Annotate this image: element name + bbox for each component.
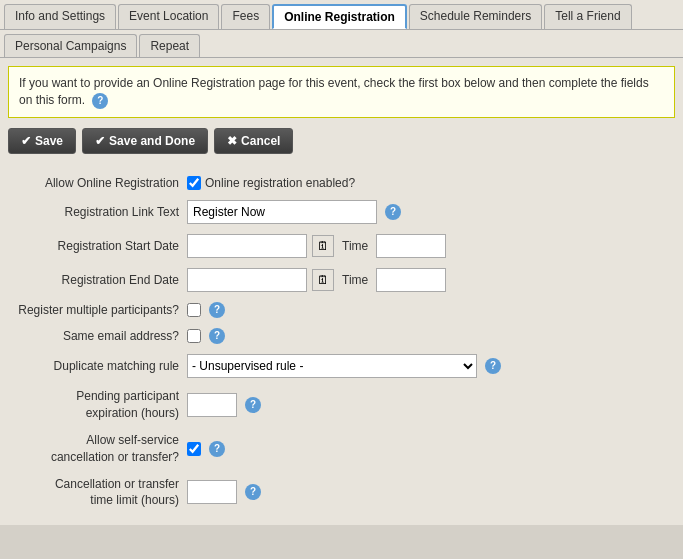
duplicate-rule-help-icon[interactable]: ?	[485, 358, 501, 374]
reg-end-date-input[interactable]	[187, 268, 307, 292]
reg-start-time-label: Time	[342, 239, 368, 253]
reg-end-date-calendar-icon[interactable]: 🗓	[312, 269, 334, 291]
reg-start-date-row: Registration Start Date 🗓 Time	[8, 232, 675, 260]
reg-end-time-input[interactable]	[376, 268, 446, 292]
reg-end-date-row: Registration End Date 🗓 Time	[8, 266, 675, 294]
reg-link-text-input[interactable]	[187, 200, 377, 224]
allow-selfservice-field: ?	[183, 430, 675, 468]
cancel-transfer-limit-input[interactable]	[187, 480, 237, 504]
cancel-transfer-limit-label: Cancellation or transfertime limit (hour…	[8, 474, 183, 512]
register-multiple-label: Register multiple participants?	[8, 300, 183, 321]
save-label: Save	[35, 134, 63, 148]
online-reg-checkbox[interactable]	[187, 176, 201, 190]
tab-online-registration[interactable]: Online Registration	[272, 4, 407, 29]
pending-expiration-row: Pending participantexpiration (hours) ?	[8, 386, 675, 424]
same-email-label: Same email address?	[8, 326, 183, 346]
tab-repeat[interactable]: Repeat	[139, 34, 200, 57]
pending-expiration-input[interactable]	[187, 393, 237, 417]
allow-online-reg-row: Allow Online Registration Online registr…	[8, 174, 675, 192]
online-reg-checkbox-label: Online registration enabled?	[205, 176, 355, 190]
reg-start-date-input[interactable]	[187, 234, 307, 258]
duplicate-rule-label: Duplicate matching rule	[8, 352, 183, 380]
save-done-label: Save and Done	[109, 134, 195, 148]
allow-selfservice-row: Allow self-servicecancellation or transf…	[8, 430, 675, 468]
reg-link-text-label: Registration Link Text	[8, 198, 183, 226]
reg-link-help-icon[interactable]: ?	[385, 204, 401, 220]
tab-info-settings[interactable]: Info and Settings	[4, 4, 116, 29]
allow-online-reg-field: Online registration enabled?	[183, 174, 675, 192]
reg-start-date-label: Registration Start Date	[8, 232, 183, 260]
info-help-icon[interactable]: ?	[92, 93, 108, 109]
duplicate-rule-select[interactable]: - Unsupervised rule - Rule 1 Rule 2	[187, 354, 477, 378]
duplicate-rule-row: Duplicate matching rule - Unsupervised r…	[8, 352, 675, 380]
same-email-help-icon[interactable]: ?	[209, 328, 225, 344]
reg-end-date-field: 🗓 Time	[183, 266, 675, 294]
reg-end-time-label: Time	[342, 273, 368, 287]
allow-online-reg-label: Allow Online Registration	[8, 174, 183, 192]
pending-expiration-help-icon[interactable]: ?	[245, 397, 261, 413]
tab-event-location[interactable]: Event Location	[118, 4, 219, 29]
same-email-row: Same email address? ?	[8, 326, 675, 346]
duplicate-rule-field: - Unsupervised rule - Rule 1 Rule 2 ?	[183, 352, 675, 380]
same-email-field: ?	[183, 326, 675, 346]
cancel-transfer-limit-field: ?	[183, 474, 675, 512]
content-area: If you want to provide an Online Registr…	[0, 58, 683, 525]
cancel-transfer-limit-row: Cancellation or transfertime limit (hour…	[8, 474, 675, 512]
reg-start-time-input[interactable]	[376, 234, 446, 258]
info-text: If you want to provide an Online Registr…	[19, 76, 649, 107]
same-email-checkbox[interactable]	[187, 329, 201, 343]
tabs-row-2: Personal Campaigns Repeat	[0, 30, 683, 58]
pending-expiration-field: ?	[183, 386, 675, 424]
reg-start-date-field: 🗓 Time	[183, 232, 675, 260]
save-done-check-icon: ✔	[95, 134, 105, 148]
toolbar: ✔ Save ✔ Save and Done ✖ Cancel	[8, 128, 675, 154]
cancel-cross-icon: ✖	[227, 134, 237, 148]
save-button[interactable]: ✔ Save	[8, 128, 76, 154]
allow-selfservice-help-icon[interactable]: ?	[209, 441, 225, 457]
register-multiple-help-icon[interactable]: ?	[209, 302, 225, 318]
tabs-row-1: Info and Settings Event Location Fees On…	[0, 0, 683, 30]
tab-personal-campaigns[interactable]: Personal Campaigns	[4, 34, 137, 57]
cancel-button[interactable]: ✖ Cancel	[214, 128, 293, 154]
register-multiple-row: Register multiple participants? ?	[8, 300, 675, 321]
info-box: If you want to provide an Online Registr…	[8, 66, 675, 118]
tab-fees[interactable]: Fees	[221, 4, 270, 29]
allow-selfservice-label: Allow self-servicecancellation or transf…	[8, 430, 183, 468]
reg-link-text-row: Registration Link Text ?	[8, 198, 675, 226]
tab-schedule-reminders[interactable]: Schedule Reminders	[409, 4, 542, 29]
reg-start-date-calendar-icon[interactable]: 🗓	[312, 235, 334, 257]
reg-link-text-field: ?	[183, 198, 675, 226]
allow-selfservice-checkbox[interactable]	[187, 442, 201, 456]
pending-expiration-label: Pending participantexpiration (hours)	[8, 386, 183, 424]
cancel-transfer-limit-help-icon[interactable]: ?	[245, 484, 261, 500]
register-multiple-field: ?	[183, 300, 675, 321]
register-multiple-checkbox[interactable]	[187, 303, 201, 317]
registration-form: Allow Online Registration Online registr…	[8, 168, 675, 518]
reg-end-date-label: Registration End Date	[8, 266, 183, 294]
cancel-label: Cancel	[241, 134, 280, 148]
save-check-icon: ✔	[21, 134, 31, 148]
tab-tell-a-friend[interactable]: Tell a Friend	[544, 4, 631, 29]
save-done-button[interactable]: ✔ Save and Done	[82, 128, 208, 154]
